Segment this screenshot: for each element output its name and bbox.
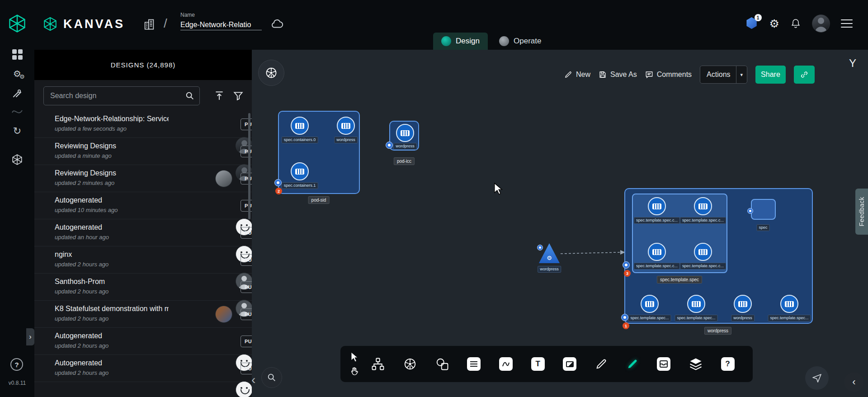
visibility-badge[interactable]: PUBLIC: [241, 308, 252, 320]
settings-gear-icon[interactable]: ⚙: [769, 18, 779, 29]
user-avatar[interactable]: [812, 14, 830, 33]
text-tool[interactable]: T: [531, 357, 545, 371]
container-icon[interactable]: [780, 295, 798, 313]
sketch-tool-active[interactable]: [626, 358, 639, 370]
design-name-input[interactable]: [180, 20, 262, 30]
container-icon[interactable]: [641, 295, 659, 313]
kubernetes-context-button[interactable]: [258, 60, 284, 86]
visibility-badge[interactable]: PUBLIC: [241, 227, 252, 239]
chevron-right-icon: ›: [29, 333, 31, 341]
caret-down-icon[interactable]: ▾: [736, 72, 747, 78]
new-button[interactable]: New: [564, 71, 590, 79]
menu-hamburger-icon[interactable]: [841, 19, 853, 28]
container-label: spec.containers.0: [282, 137, 318, 143]
doodle-tool[interactable]: [499, 357, 513, 371]
kanvas-app: KANVAS / Name Design Operate 1 ⚙: [0, 0, 868, 397]
sidebar-meshery-icon[interactable]: [11, 153, 24, 166]
sidebar-toolkit-icon[interactable]: [11, 87, 24, 99]
container-icon[interactable]: [694, 243, 712, 261]
help-tool[interactable]: ?: [721, 357, 735, 371]
container-icon[interactable]: [337, 117, 355, 135]
comments-button[interactable]: Comments: [645, 71, 692, 79]
visibility-badge[interactable]: PUBLIC: [241, 254, 252, 266]
save-icon: [599, 71, 607, 79]
comment-tool[interactable]: [467, 357, 481, 371]
text-tool-icon: T: [531, 357, 545, 371]
design-name-label: Name: [180, 12, 262, 18]
visibility-badge[interactable]: PUBLIC: [241, 336, 252, 347]
design-list-item[interactable]: Autogenerated updated 10 minutes ago PUB…: [34, 192, 252, 219]
filter-funnel-icon[interactable]: [232, 90, 244, 102]
bell-icon[interactable]: [790, 18, 801, 29]
container-icon[interactable]: [648, 243, 666, 261]
link-icon: [800, 70, 809, 79]
pod-node-sid[interactable]: spec.containers.0 wordpress spec.contain…: [278, 111, 360, 194]
error-count-badge: 2: [275, 188, 282, 194]
kubernetes-badge-icon: [537, 245, 543, 250]
notification-center-icon[interactable]: 1: [746, 17, 759, 30]
sidebar-expand-toggle[interactable]: ›: [26, 328, 34, 345]
container-icon[interactable]: [648, 197, 666, 215]
search-icon[interactable]: [185, 91, 195, 101]
locate-button[interactable]: [805, 366, 829, 390]
collapse-panel-chevron[interactable]: ‹: [251, 373, 255, 387]
visibility-badge[interactable]: PUBLIC: [241, 281, 252, 293]
design-owner-avatar: [215, 170, 232, 187]
pan-hand-tool[interactable]: [349, 366, 359, 376]
spec-node[interactable]: [751, 199, 776, 220]
save-as-button[interactable]: Save As: [599, 71, 637, 79]
tab-design[interactable]: Design: [433, 33, 488, 50]
list-scrollbar[interactable]: [248, 113, 250, 219]
shapes-tool[interactable]: [435, 357, 449, 371]
media-tool[interactable]: [563, 357, 576, 371]
container-icon[interactable]: [291, 117, 309, 135]
sidebar-dashboard-icon[interactable]: [11, 48, 24, 61]
deployment-node[interactable]: spec.template.spec.c... spec.template.sp…: [624, 188, 813, 324]
design-list-item[interactable]: nginx updated 2 hours ago PUBLIC: [34, 246, 252, 274]
drawer-tool[interactable]: [657, 357, 670, 371]
design-list-item[interactable]: Autogenerated updated an hour ago PUBLIC: [34, 219, 252, 246]
design-list-item[interactable]: Autogenerated updated 2 hours ago PUBLIC: [34, 355, 252, 382]
container-icon[interactable]: [396, 124, 414, 142]
pod-node-icc[interactable]: wordpress: [389, 121, 419, 151]
pen-tool[interactable]: [595, 358, 608, 370]
copy-link-button[interactable]: [794, 66, 815, 84]
pod-template-group[interactable]: spec.template.spec.c... spec.template.sp…: [632, 194, 727, 273]
select-cursor-tool[interactable]: [349, 352, 359, 363]
feedback-tab[interactable]: Feedback: [855, 189, 868, 235]
container-icon[interactable]: [687, 295, 705, 313]
design-list-item[interactable]: Reviewing Designs updated a minute ago P…: [34, 138, 252, 165]
merge-tool-icon[interactable]: Y: [849, 57, 856, 70]
help-button[interactable]: ?: [10, 358, 23, 371]
kubernetes-badge-icon: [274, 179, 282, 186]
design-list-item[interactable]: Autogenerated updated 2 hours ago PUBLIC: [34, 328, 252, 355]
kanvas-hexagon-logo[interactable]: [7, 14, 27, 33]
container-icon[interactable]: [734, 295, 752, 313]
container-icon[interactable]: [694, 197, 712, 215]
search-input[interactable]: [50, 92, 185, 100]
tab-operate[interactable]: Operate: [491, 33, 549, 50]
layers-tool[interactable]: [689, 357, 703, 371]
canvas-toolbar: New Save As Comments Actions ▾ Share: [564, 66, 815, 84]
zoom-button[interactable]: [261, 367, 282, 388]
actions-button[interactable]: Actions ▾: [700, 66, 747, 84]
design-list-item[interactable]: Edge-Network-Relationship: Service updat…: [34, 111, 252, 138]
visibility-badge[interactable]: PUBLIC: [241, 363, 252, 374]
import-design-icon[interactable]: [213, 90, 225, 102]
kubernetes-tool[interactable]: [403, 357, 417, 371]
design-list-item[interactable]: Santhosh-Prom updated 2 hours ago PUBLIC: [34, 274, 252, 301]
sidebar-sync-icon[interactable]: ↻: [11, 125, 24, 137]
design-list-item[interactable]: K8 Statefulset demonstration with mo upd…: [34, 301, 252, 328]
collapse-right-button[interactable]: ‹: [844, 372, 864, 392]
design-list-item[interactable]: Reviewing Designs updated 2 minutes ago …: [34, 165, 252, 192]
container-icon[interactable]: [291, 162, 309, 180]
sidebar-flow-icon[interactable]: [11, 104, 24, 117]
pen-icon: [595, 358, 608, 370]
organization-icon[interactable]: [143, 18, 156, 31]
container-glyph: [341, 123, 350, 129]
share-button[interactable]: Share: [755, 66, 786, 84]
left-sidebar: ⚙⚙ ↻ › ? v0.8.11: [0, 0, 34, 397]
sidebar-settings-icon[interactable]: ⚙⚙: [11, 67, 24, 80]
flowchart-tool[interactable]: [371, 357, 385, 371]
group-name-badge: spec.template.spec: [657, 276, 702, 284]
